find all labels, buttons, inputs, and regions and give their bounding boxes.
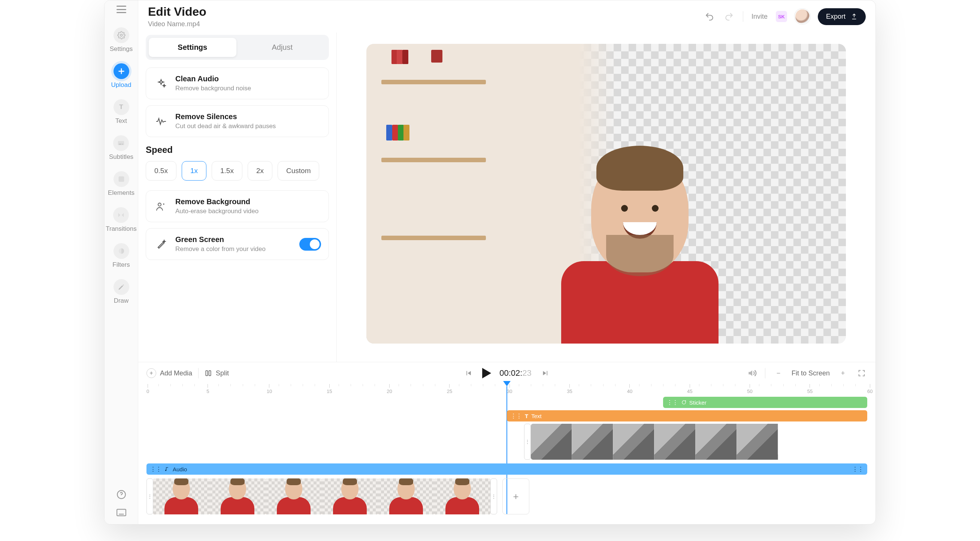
text-type-icon: T [525,413,528,419]
sidebar-item-upload[interactable]: Upload [111,63,132,89]
svg-rect-9 [206,371,208,376]
menu-toggle-button[interactable] [116,6,126,13]
clip-trim-handle[interactable]: ⋮ [524,424,531,460]
redo-button[interactable] [723,11,735,22]
audio-clip-label: Audio [173,466,187,473]
sticker-clip[interactable]: ⋮⋮Sticker [663,397,867,408]
skip-forward-button[interactable] [540,368,551,379]
play-button[interactable] [482,368,491,379]
remove-bg-sub: Auto-erase background video [175,208,321,215]
drag-handle-icon: ⋮⋮ [852,466,864,473]
pencil-icon [113,279,129,295]
fit-label[interactable]: Fit to Screen [792,369,830,377]
help-icon[interactable] [116,489,127,500]
ruler-tick: 5 [207,384,209,394]
sidebar-item-text[interactable]: T Text [113,99,129,125]
tab-settings[interactable]: Settings [149,38,236,57]
sidebar: Settings Upload T Text Subtitles [105,0,138,524]
ruler-tick: 25 [447,384,452,394]
svg-rect-10 [209,371,211,376]
undo-button[interactable] [704,11,715,22]
user-avatar[interactable] [795,10,810,24]
ruler-tick: 15 [327,384,332,394]
drag-handle-icon: ⋮⋮ [150,466,161,473]
clip-thumbnail [434,479,490,514]
tab-adjust[interactable]: Adjust [239,38,326,57]
fullscreen-button[interactable] [856,368,867,379]
speed-1x[interactable]: 1x [182,161,207,181]
green-screen-toggle[interactable] [299,238,321,251]
settings-panel: Settings Adjust Clean Audio Remove backg… [138,33,337,362]
ruler-tick: 45 [687,384,692,394]
sidebar-item-elements[interactable]: Elements [108,171,135,197]
clip-thumbnail [209,479,266,514]
ruler-tick: 50 [747,384,752,394]
sidebar-item-label: Subtitles [109,153,134,161]
sidebar-item-label: Settings [110,45,133,53]
remove-silences-card[interactable]: Remove Silences Cut out dead air & awkwa… [146,105,329,137]
svg-rect-7 [117,509,126,516]
sidebar-item-filters[interactable]: Filters [112,243,130,269]
clip-thumbnail [266,479,322,514]
playhead[interactable] [503,381,511,386]
panel-tabs: Settings Adjust [146,35,329,60]
remove-background-card[interactable]: Remove Background Auto-erase background … [146,190,329,222]
text-clip-label: Text [531,413,542,419]
clip-thumbnail [322,479,378,514]
clean-audio-title: Clean Audio [175,75,321,83]
volume-button[interactable] [746,368,757,379]
sidebar-item-label: Draw [114,297,129,305]
green-screen-title: Green Screen [175,235,293,244]
add-clip-button[interactable]: + [502,479,529,514]
add-media-button[interactable]: + Add Media [146,368,192,378]
video-clip-b[interactable] [531,424,867,460]
sparkle-icon [154,76,169,91]
text-clip[interactable]: ⋮⋮TText [507,410,867,422]
svg-rect-2 [119,144,121,145]
zoom-out-button[interactable]: − [773,368,784,379]
clip-trim-handle[interactable]: ⋮ [146,479,153,514]
sidebar-item-draw[interactable]: Draw [113,279,129,305]
keyboard-icon[interactable] [116,507,127,518]
sidebar-item-transitions[interactable]: Transitions [106,207,137,233]
audio-clip[interactable]: ⋮⋮Audio⋮⋮ [146,463,867,475]
zoom-in-button[interactable]: + [837,368,848,379]
timeline: + Add Media Split 00:02:23 [138,362,875,524]
clip-thumbnail [153,479,209,514]
video-subject [529,137,750,344]
sidebar-item-subtitles[interactable]: Subtitles [109,135,134,161]
speed-options: 0.5x 1x 1.5x 2x Custom [146,161,329,181]
svg-rect-3 [122,144,123,145]
upload-icon [851,13,858,20]
remove-silences-title: Remove Silences [175,112,321,121]
video-clip-a[interactable]: ⋮⋮+ [146,479,867,514]
timeline-ruler[interactable]: 051015202530354045505560 [146,384,867,395]
speed-0-5x[interactable]: 0.5x [146,161,177,181]
drag-handle-icon: ⋮⋮ [511,412,522,419]
skip-back-button[interactable] [463,368,474,379]
ruler-tick: 35 [567,384,572,394]
preview-frame[interactable] [366,44,846,344]
export-button[interactable]: Export [818,8,866,25]
page-title: Edit Video [148,5,207,19]
clip-trim-handle[interactable]: ⋮ [490,479,497,514]
ruler-tick: 20 [387,384,392,394]
ruler-tick: 55 [807,384,813,394]
timeline-tracks[interactable]: ⋮⋮Sticker⋮⋮TText⋮⋮⋮Audio⋮⋮⋮⋮+ [146,397,867,524]
plus-icon: + [146,368,156,378]
speed-2x[interactable]: 2x [248,161,272,181]
speed-1-5x[interactable]: 1.5x [212,161,242,181]
sidebar-item-settings[interactable]: Settings [110,27,133,53]
timecode: 00:02:23 [500,368,531,378]
speed-heading: Speed [146,145,329,155]
collaborator-badge[interactable]: SK [776,11,787,22]
clean-audio-card[interactable]: Clean Audio Remove background noise [146,67,329,99]
split-button[interactable]: Split [205,369,229,377]
export-label: Export [826,13,845,21]
speed-custom[interactable]: Custom [278,161,319,181]
invite-label[interactable]: Invite [751,13,768,21]
filters-icon [113,243,129,259]
transitions-icon [113,207,129,223]
green-screen-card[interactable]: Green Screen Remove a color from your vi… [146,228,329,260]
clean-audio-sub: Remove background noise [175,85,321,92]
